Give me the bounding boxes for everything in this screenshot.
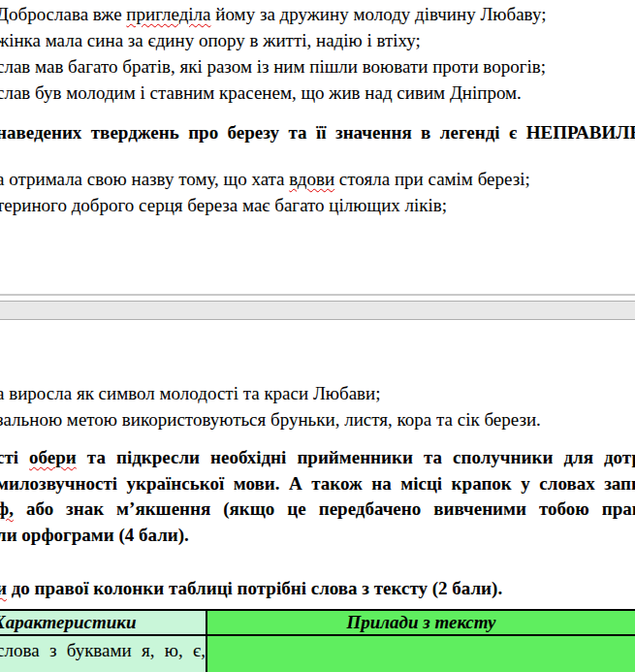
intro-line-1-pre: Доброслава вже <box>0 4 126 24</box>
intro-line-3: слав мав багато братів, які разом із ним… <box>0 53 546 80</box>
table-row: слова з буквами я, ю, є, ть два звуки <box>0 636 635 672</box>
characteristic-text-line-2: ть два звуки <box>0 663 206 672</box>
table-header-row: Характеристики Прилади з тексту <box>0 611 635 636</box>
statement-a2: териного доброго серця береза має багато… <box>0 192 447 218</box>
table-cell-characteristic-1: слова з буквами я, ю, є, ть два звуки <box>0 636 207 672</box>
misspelled-word: и <box>0 578 7 598</box>
task-line-4: ли орфограми (4 бали). <box>0 522 189 548</box>
intro-line-1: Доброслава вже пригледіла йому за дружин… <box>0 1 546 27</box>
intro-line-1-post: йому за дружину молоду дівчину Любаву; <box>211 4 547 24</box>
statement-b1: а виросла як символ молодості та краси Л… <box>0 380 381 406</box>
table-caption-post: до правої колонки таблиці потрібні слова… <box>7 578 502 598</box>
statement-a1-pre: а отримала свою назву тому, що хата <box>0 169 289 189</box>
task-line-1: сті обери та підкресли необхідні приймен… <box>0 444 635 470</box>
table-header-characteristics-label: Характеристики <box>0 611 206 634</box>
intro-line-2: жінка мала сина за єдину опору в житті, … <box>0 27 421 53</box>
table-header-characteristics: Характеристики <box>0 611 207 634</box>
table-caption: и до правої колонки таблиці потрібні сло… <box>0 575 502 601</box>
intro-line-4: слав був молодим і ставним красенем, що … <box>0 80 522 106</box>
statement-a1: а отримала свою назву тому, що хата вдов… <box>0 166 530 192</box>
misspelled-word: ф, <box>0 498 14 519</box>
task-line-1-pre: сті <box>0 447 29 467</box>
statement-a1-post: стояла при самім березі; <box>334 169 530 189</box>
task-line-2: милозвучності української мови. А також … <box>0 470 635 496</box>
task-line-3-post: або знак м’якшення (якщо це передбачено … <box>14 498 635 519</box>
misspelled-word: обери <box>29 447 77 467</box>
divider-hairline <box>0 294 635 296</box>
task-line-1-post: та підкресли необхідні прийменники та сп… <box>77 447 635 467</box>
page-break-bar <box>0 301 635 320</box>
question-heading: наведених тверджень про березу та її зна… <box>0 119 635 145</box>
characteristic-text-line-1: слова з буквами я, ю, є, <box>0 638 206 663</box>
table-header-examples-label: Прилади з тексту <box>207 611 635 634</box>
statement-b2: зальною метою використовуються бруньки, … <box>0 406 541 432</box>
answers-table: Характеристики Прилади з тексту слова з … <box>0 609 635 672</box>
document-page: Доброслава вже пригледіла йому за дружин… <box>0 0 635 672</box>
misspelled-word: пригледіла <box>126 4 210 24</box>
task-line-3: ф, або знак м’якшення (якщо це передбаче… <box>0 496 635 522</box>
table-cell-example-1-empty[interactable] <box>207 636 635 672</box>
table-header-examples: Прилади з тексту <box>207 611 635 634</box>
misspelled-word: вдови <box>289 169 334 189</box>
